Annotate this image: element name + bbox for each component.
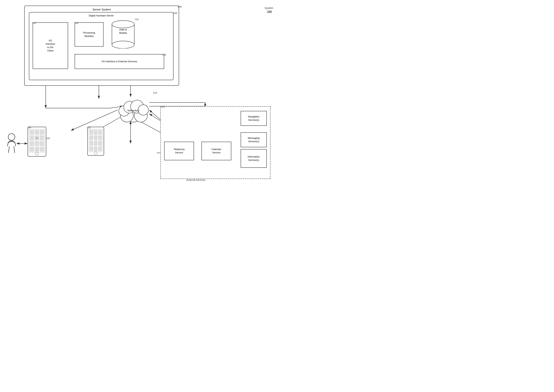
svg-point-33 [8, 134, 15, 140]
label-122: 122 [87, 126, 91, 129]
label-110: 110 [153, 91, 157, 94]
da-client-phone: DA [28, 127, 46, 157]
server-system-label: Server System [92, 7, 111, 11]
label-108: 108 [178, 5, 182, 8]
io-external-box: I/O Interface to External Services [75, 54, 164, 69]
label-104: 104 [28, 126, 31, 129]
telephony-label: Telephony Service [173, 148, 185, 154]
label-120: 120 [161, 105, 165, 108]
person-icon [6, 132, 18, 155]
navigation-label: Navigation Service(s) [248, 115, 259, 122]
messaging-label: Messaging Service(s) [248, 136, 260, 143]
calendar-service-box: Calendar Service [201, 142, 231, 160]
io-da-client-box: I/O Interface to DA Client [33, 22, 68, 69]
processing-modules-box: Processing Modules [75, 22, 104, 47]
information-service-box: Information Service(s) [241, 149, 267, 168]
label-102: 102 [46, 137, 50, 140]
svg-point-24 [112, 41, 134, 49]
io-da-client-label: I/O Interface to DA Client [46, 39, 55, 53]
svg-line-34 [8, 146, 9, 153]
label-118: 118 [162, 54, 166, 56]
information-label: Information Service(s) [248, 155, 260, 162]
external-services-label: External Services [186, 179, 205, 181]
processing-modules-label: Processing Modules [83, 31, 95, 38]
messaging-service-box: Messaging Service(s) [241, 132, 267, 147]
data-models-cylinder: Data &Models [111, 19, 135, 49]
network-cloud: Network(s) [114, 91, 153, 125]
system-label: System [264, 7, 273, 9]
da-server-label: Digital Assistant Server [89, 14, 114, 17]
telephony-service-box: Telephony Service [164, 142, 194, 160]
label-116: 116 [135, 18, 139, 21]
calendar-label: Calendar Service [212, 148, 221, 154]
svg-point-23 [112, 21, 134, 28]
io-external-label: I/O Interface to External Services [102, 60, 137, 63]
diagram: Server System 108 Digital Assistant Serv… [0, 0, 277, 196]
label-106: 106 [173, 12, 177, 14]
system-number: 100 [267, 10, 272, 13]
phone-122 [87, 127, 104, 156]
navigation-service-box: Navigation Service(s) [241, 111, 267, 126]
label-114: 114 [75, 22, 78, 24]
svg-line-35 [14, 146, 15, 153]
label-112: 112 [32, 22, 36, 24]
